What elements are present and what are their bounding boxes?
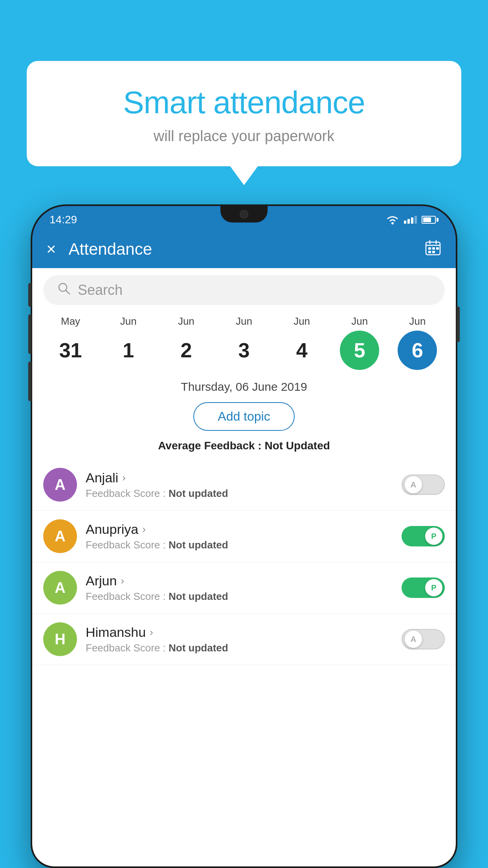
speech-bubble: Smart attendance will replace your paper… — [27, 61, 461, 166]
svg-point-0 — [391, 222, 394, 224]
date-month: Jun — [409, 315, 426, 327]
volume-up-button — [28, 283, 31, 307]
date-item-4[interactable]: Jun4 — [276, 315, 327, 370]
student-name: Arjun — [86, 573, 117, 588]
student-name-row: Himanshu› — [86, 625, 402, 640]
svg-rect-6 — [432, 247, 435, 250]
student-name-row: Arjun› — [86, 573, 402, 588]
date-number[interactable]: 6 — [398, 331, 437, 370]
student-feedback: Feedback Score : Not updated — [86, 487, 402, 500]
status-icons — [386, 215, 438, 225]
student-avatar: A — [43, 571, 77, 605]
student-row[interactable]: HHimanshu›Feedback Score : Not updatedA — [32, 614, 456, 665]
student-chevron-icon: › — [142, 523, 146, 535]
date-number[interactable]: 5 — [340, 331, 379, 370]
avg-feedback-value: Not Updated — [264, 440, 330, 452]
attendance-toggle[interactable]: P — [402, 526, 445, 546]
date-month: Jun — [294, 315, 310, 327]
search-bar: Search — [32, 268, 456, 310]
date-item-3[interactable]: Jun3 — [218, 315, 270, 370]
student-avatar: A — [43, 468, 77, 502]
student-info: Anjali›Feedback Score : Not updated — [86, 470, 402, 500]
student-chevron-icon: › — [121, 575, 124, 587]
magnifier-icon — [57, 282, 71, 295]
date-month: Jun — [178, 315, 194, 327]
attendance-toggle[interactable]: P — [402, 577, 445, 598]
svg-rect-7 — [428, 251, 431, 253]
speech-bubble-subtitle: will replace your paperwork — [54, 128, 434, 145]
date-strip: May31Jun1Jun2Jun3Jun4Jun5Jun6 — [32, 310, 456, 373]
student-info: Anupriya›Feedback Score : Not updated — [86, 522, 402, 551]
calendar-icon — [424, 239, 442, 256]
add-topic-container: Add topic — [32, 397, 456, 436]
toggle-knob: P — [425, 528, 442, 545]
toggle-knob: A — [405, 476, 422, 493]
student-row[interactable]: AAnjali›Feedback Score : Not updatedA — [32, 459, 456, 511]
date-item-1[interactable]: Jun1 — [103, 315, 154, 370]
phone-notch — [220, 206, 268, 223]
student-row[interactable]: AArjun›Feedback Score : Not updatedP — [32, 562, 456, 614]
student-name: Himanshu — [86, 625, 146, 640]
app-bar: × Attendance — [32, 230, 456, 268]
signal-icon — [404, 216, 417, 224]
attendance-toggle[interactable]: A — [402, 474, 445, 495]
phone-frame: 14:29 — [31, 204, 457, 868]
date-month: Jun — [351, 315, 368, 327]
student-feedback: Feedback Score : Not updated — [86, 590, 402, 603]
student-avatar: H — [43, 622, 77, 656]
svg-rect-8 — [432, 251, 435, 253]
student-info: Himanshu›Feedback Score : Not updated — [86, 625, 402, 654]
silent-button — [28, 362, 31, 401]
speech-bubble-container: Smart attendance will replace your paper… — [27, 61, 461, 166]
student-name-row: Anupriya› — [86, 522, 402, 537]
date-item-5[interactable]: Jun5 — [334, 315, 385, 370]
avg-feedback-label: Average Feedback : — [158, 440, 262, 452]
student-chevron-icon: › — [150, 626, 153, 638]
date-month: May — [61, 315, 80, 327]
search-field[interactable]: Search — [43, 275, 445, 305]
close-button[interactable]: × — [46, 240, 56, 259]
date-item-6[interactable]: Jun6 — [392, 315, 443, 370]
student-name: Anupriya — [86, 522, 138, 537]
date-month: Jun — [120, 315, 137, 327]
student-feedback: Feedback Score : Not updated — [86, 642, 402, 654]
attendance-toggle[interactable]: A — [402, 629, 445, 649]
date-month: Jun — [236, 315, 252, 327]
speech-bubble-title: Smart attendance — [54, 85, 434, 121]
date-item-2[interactable]: Jun2 — [161, 315, 212, 370]
student-info: Arjun›Feedback Score : Not updated — [86, 573, 402, 603]
calendar-button[interactable] — [424, 239, 442, 260]
selected-date-text: Thursday, 06 June 2019 — [181, 380, 307, 393]
power-button — [457, 307, 460, 342]
wifi-icon — [386, 215, 399, 225]
avg-feedback: Average Feedback : Not Updated — [32, 436, 456, 459]
front-camera — [240, 210, 248, 219]
status-time: 14:29 — [50, 213, 77, 226]
search-placeholder: Search — [78, 282, 123, 298]
student-name: Anjali — [86, 470, 118, 485]
phone-inner: 14:29 — [32, 206, 456, 866]
search-icon — [57, 282, 71, 298]
selected-date-info: Thursday, 06 June 2019 — [32, 373, 456, 397]
date-number[interactable]: 31 — [51, 331, 90, 370]
date-item-0[interactable]: May31 — [45, 315, 96, 370]
date-number[interactable]: 1 — [109, 331, 148, 370]
add-topic-button[interactable]: Add topic — [193, 402, 294, 431]
toggle-knob: A — [405, 631, 422, 648]
date-number[interactable]: 4 — [282, 331, 321, 370]
date-number[interactable]: 2 — [167, 331, 206, 370]
volume-down-button — [28, 314, 31, 354]
svg-rect-5 — [428, 247, 431, 250]
svg-rect-9 — [436, 247, 439, 250]
student-avatar: A — [43, 519, 77, 553]
svg-line-11 — [66, 290, 70, 294]
student-list: AAnjali›Feedback Score : Not updatedAAAn… — [32, 459, 456, 665]
student-chevron-icon: › — [122, 472, 126, 484]
battery-icon — [422, 216, 438, 224]
student-name-row: Anjali› — [86, 470, 402, 485]
app-bar-title: Attendance — [69, 240, 424, 259]
toggle-knob: P — [425, 579, 442, 596]
date-number[interactable]: 3 — [224, 331, 264, 370]
screen-content: Search May31Jun1Jun2Jun3Jun4Jun5Jun6 Thu… — [32, 268, 456, 866]
student-row[interactable]: AAnupriya›Feedback Score : Not updatedP — [32, 511, 456, 562]
